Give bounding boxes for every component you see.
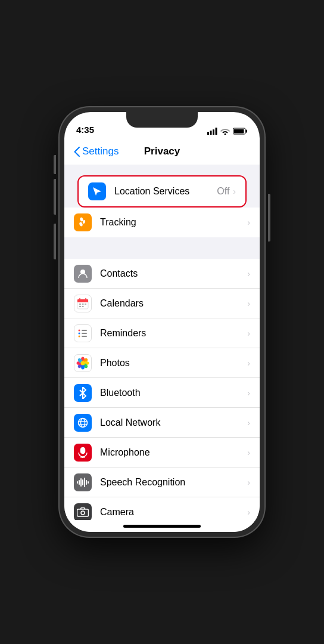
status-time: 4:35 (76, 125, 94, 135)
photos-item[interactable]: Photos › (64, 348, 260, 378)
svg-rect-6 (234, 129, 244, 134)
svg-point-21 (79, 332, 80, 334)
local-network-icon (74, 414, 92, 432)
waveform-icon (77, 478, 89, 487)
power-button (268, 194, 270, 242)
microphone-chevron: › (247, 448, 250, 457)
svg-rect-46 (84, 478, 85, 487)
bluetooth-item[interactable]: Bluetooth › (64, 378, 260, 408)
bluetooth-symbol-icon (79, 387, 87, 399)
location-services-icon (88, 182, 106, 200)
reminders-chevron: › (247, 329, 250, 338)
svg-rect-12 (77, 299, 88, 302)
speech-recognition-item[interactable]: Speech Recognition › (64, 467, 260, 497)
location-services-value: Off (217, 186, 229, 197)
reminders-icon (74, 324, 92, 342)
location-services-label: Location Services (114, 186, 217, 197)
svg-rect-42 (77, 481, 78, 484)
svg-rect-23 (82, 330, 87, 331)
reminders-item[interactable]: Reminders › (64, 318, 260, 348)
volume-down-button (54, 224, 56, 259)
phone-frame: 4:35 (60, 107, 264, 537)
location-arrow-icon (92, 186, 102, 197)
svg-point-50 (81, 511, 85, 515)
svg-rect-15 (79, 304, 81, 305)
svg-point-9 (79, 222, 83, 227)
svg-rect-25 (82, 336, 87, 337)
bottom-bar (64, 520, 260, 532)
back-chevron-icon (74, 147, 80, 157)
page-title: Privacy (144, 145, 180, 157)
camera-item[interactable]: Camera › (64, 497, 260, 520)
tracking-chevron: › (247, 218, 250, 227)
status-icons (207, 128, 248, 135)
microphone-item[interactable]: Microphone › (64, 438, 260, 467)
svg-rect-17 (85, 304, 86, 305)
photos-icon (74, 354, 92, 372)
local-network-chevron: › (247, 418, 250, 428)
svg-rect-18 (79, 306, 81, 307)
photos-chevron: › (247, 358, 250, 368)
tracking-footprint-icon (77, 217, 88, 228)
reminders-list-icon (77, 327, 89, 339)
camera-label: Camera (100, 507, 247, 518)
calendars-label: Calendars (100, 298, 247, 309)
volume-silent-button (54, 155, 56, 174)
svg-rect-5 (246, 130, 248, 133)
microphone-symbol-icon (78, 447, 88, 458)
location-services-item[interactable]: Location Services Off › (79, 177, 245, 206)
svg-point-20 (79, 329, 80, 331)
contacts-chevron: › (247, 269, 250, 278)
bluetooth-label: Bluetooth (100, 388, 247, 398)
svg-point-22 (79, 335, 80, 337)
camera-chevron: › (247, 507, 250, 517)
calendars-icon (74, 295, 92, 312)
svg-point-35 (79, 418, 88, 427)
tracking-item[interactable]: Tracking › (64, 208, 260, 237)
microphone-label: Microphone (100, 447, 247, 458)
speech-recognition-chevron: › (247, 478, 250, 487)
calendars-item[interactable]: Calendars › (64, 289, 260, 318)
wifi-icon (220, 128, 230, 135)
contacts-label: Contacts (100, 268, 247, 279)
person-icon (77, 268, 88, 279)
svg-rect-44 (80, 478, 82, 487)
svg-rect-2 (213, 129, 214, 135)
reminders-label: Reminders (100, 328, 247, 339)
location-services-highlight: Location Services Off › (77, 175, 247, 208)
volume-up-button (54, 179, 56, 215)
svg-rect-48 (88, 481, 89, 484)
tracking-icon (74, 213, 92, 231)
svg-rect-39 (81, 447, 85, 453)
photos-flower-icon (76, 357, 89, 370)
svg-rect-1 (210, 131, 212, 135)
globe-icon (77, 417, 88, 428)
local-network-item[interactable]: Local Network › (64, 408, 260, 438)
location-services-chevron: › (233, 187, 236, 196)
calendars-chevron: › (247, 299, 250, 308)
notch (126, 112, 198, 128)
local-network-label: Local Network (100, 417, 247, 428)
svg-point-36 (81, 418, 85, 427)
contacts-item[interactable]: Contacts › (64, 259, 260, 289)
svg-rect-16 (82, 304, 84, 305)
svg-rect-43 (79, 480, 80, 485)
back-button[interactable]: Settings (74, 145, 119, 157)
bluetooth-chevron: › (247, 388, 250, 398)
content-area: Location Services Off › (64, 165, 260, 520)
contacts-icon (74, 265, 92, 283)
home-indicator (123, 525, 201, 528)
back-label: Settings (82, 145, 119, 157)
camera-symbol-icon (77, 507, 89, 517)
svg-rect-0 (207, 132, 209, 135)
speech-recognition-icon (74, 473, 92, 491)
calendar-icon (77, 298, 89, 309)
phone-screen: 4:35 (64, 112, 260, 532)
svg-rect-45 (82, 479, 83, 485)
camera-icon (74, 503, 92, 521)
speech-recognition-label: Speech Recognition (100, 477, 247, 488)
svg-rect-19 (82, 306, 84, 307)
tracking-label: Tracking (100, 217, 247, 228)
svg-rect-3 (216, 128, 217, 135)
battery-icon (233, 128, 248, 135)
